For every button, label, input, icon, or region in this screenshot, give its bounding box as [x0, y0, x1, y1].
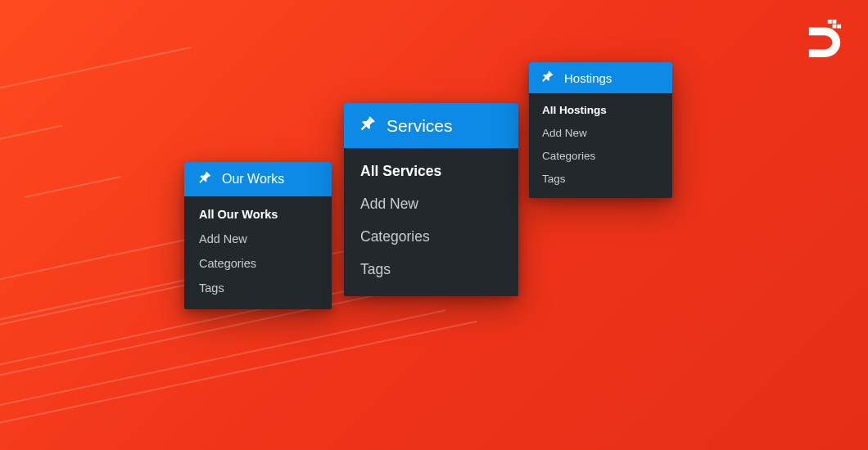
menu-item-tags[interactable]: Tags	[360, 261, 502, 278]
menu-item-all[interactable]: All Our Works	[199, 208, 317, 221]
panels-container: Our Works All Our Works Add New Categori…	[0, 0, 868, 450]
menu-item-add-new[interactable]: Add New	[360, 196, 502, 213]
menu-item-all[interactable]: All Hostings	[542, 104, 659, 116]
menu-header[interactable]: Our Works	[184, 162, 332, 196]
menu-item-tags[interactable]: Tags	[542, 173, 659, 185]
menu-title: Hostings	[564, 71, 612, 85]
menu-item-categories[interactable]: Categories	[542, 150, 659, 162]
menu-item-categories[interactable]: Categories	[360, 228, 502, 245]
menu-panel-services: Services All Services Add New Categories…	[344, 103, 518, 296]
pin-icon	[197, 170, 212, 188]
stage: Our Works All Our Works Add New Categori…	[0, 0, 868, 450]
menu-panel-hostings: Hostings All Hostings Add New Categories…	[529, 62, 672, 198]
menu-item-add-new[interactable]: Add New	[199, 232, 317, 245]
pin-icon	[359, 115, 377, 137]
menu-header[interactable]: Services	[344, 103, 518, 148]
menu-item-add-new[interactable]: Add New	[542, 127, 659, 139]
menu-item-categories[interactable]: Categories	[199, 257, 317, 270]
menu-body: All Services Add New Categories Tags	[344, 148, 518, 296]
menu-item-all[interactable]: All Services	[360, 163, 502, 180]
menu-title: Services	[387, 116, 453, 136]
pin-icon	[540, 70, 554, 86]
menu-header[interactable]: Hostings	[529, 62, 672, 93]
menu-body: All Our Works Add New Categories Tags	[184, 196, 332, 309]
menu-item-tags[interactable]: Tags	[199, 281, 317, 295]
menu-body: All Hostings Add New Categories Tags	[529, 93, 672, 198]
menu-title: Our Works	[222, 172, 284, 187]
menu-panel-our-works: Our Works All Our Works Add New Categori…	[184, 162, 332, 309]
